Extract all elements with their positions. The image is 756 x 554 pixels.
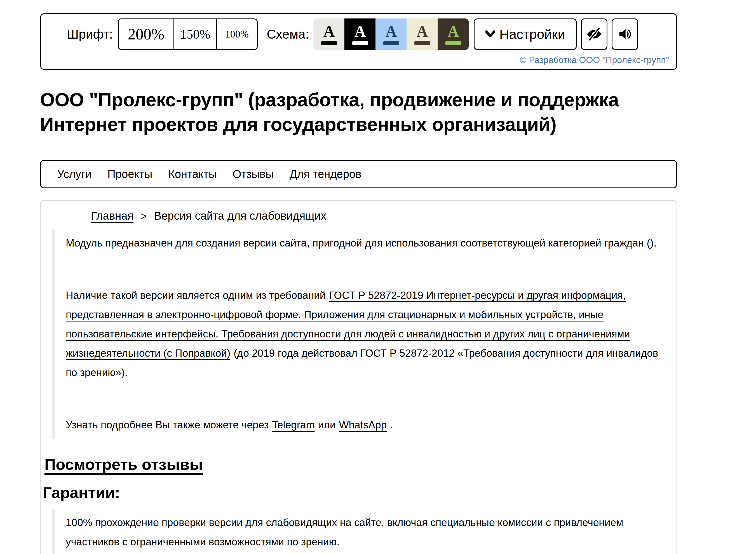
scheme-underline-bar: [414, 41, 430, 45]
scheme-white-button[interactable]: А: [313, 18, 344, 50]
view-reviews-link[interactable]: Посмотреть отзывы: [45, 455, 203, 474]
whatsapp-link[interactable]: WhatsApp: [339, 419, 387, 431]
scheme-letter: А: [354, 23, 366, 39]
messengers-paragraph: Узнать подробнее Вы также можете черезTe…: [66, 415, 668, 435]
scheme-letter: А: [448, 23, 459, 39]
nav-item-projects[interactable]: Проекты: [107, 168, 153, 180]
scheme-letter: А: [324, 23, 335, 39]
page-title: ООО "Пролекс-групп" (разработка, продвиж…: [40, 87, 677, 136]
breadcrumb-separator: >: [141, 210, 147, 222]
guarantees-heading: Гарантии:: [43, 484, 677, 502]
developer-copyright-link[interactable]: © Разработка ООО "Пролекс-групп": [520, 55, 669, 65]
scheme-underline-bar: [352, 41, 368, 45]
breadcrumb: Главная > Версия сайта для слабовидящих: [41, 210, 677, 222]
eye-slash-icon: [586, 26, 602, 42]
font-size-group: 200% 150% 100%: [118, 18, 258, 50]
font-size-200-button[interactable]: 200%: [119, 19, 173, 49]
breadcrumb-current: Версия сайта для слабовидящих: [154, 210, 326, 222]
toolbar-row: Шрифт: 200% 150% 100% Схема: А А А: [41, 18, 676, 50]
scheme-blue-button[interactable]: А: [375, 18, 407, 50]
nav-item-contacts[interactable]: Контакты: [168, 168, 217, 180]
nav-item-reviews[interactable]: Отзывы: [233, 168, 274, 180]
page-container: Шрифт: 200% 150% 100% Схема: А А А: [40, 13, 677, 554]
accessibility-toolbar: Шрифт: 200% 150% 100% Схема: А А А: [40, 13, 677, 70]
guarantee-paragraph: 100% прохождение проверки версии для сла…: [66, 513, 668, 551]
content-box: Главная > Версия сайта для слабовидящих …: [40, 200, 677, 554]
module-description-paragraph: Модуль предназначен для создания версии …: [66, 233, 668, 253]
color-scheme-label: Схема:: [267, 26, 309, 42]
settings-button-label: Настройки: [500, 26, 565, 42]
scheme-black-button[interactable]: А: [344, 18, 375, 50]
scheme-beige-button[interactable]: А: [407, 18, 438, 50]
intro-blockquote: Модуль предназначен для создания версии …: [52, 229, 677, 439]
font-size-150-button[interactable]: 150%: [173, 19, 216, 49]
settings-button[interactable]: Настройки: [474, 18, 577, 50]
font-size-100-button[interactable]: 100%: [216, 19, 257, 49]
main-nav: Услуги Проекты Контакты Отзывы Для тенде…: [40, 160, 677, 188]
color-scheme-group: А А А А А: [313, 18, 469, 50]
scheme-brown-button[interactable]: А: [438, 18, 469, 50]
scheme-letter: А: [417, 23, 428, 39]
scheme-underline-bar: [445, 41, 461, 45]
speech-button[interactable]: [612, 18, 638, 50]
font-size-label: Шрифт:: [67, 26, 113, 42]
breadcrumb-home-link[interactable]: Главная: [91, 210, 133, 222]
chevron-down-icon: [485, 31, 495, 38]
scheme-underline-bar: [383, 41, 399, 45]
speaker-icon: [618, 26, 633, 42]
nav-item-tenders[interactable]: Для тендеров: [290, 168, 361, 180]
telegram-link[interactable]: Telegram: [272, 419, 314, 431]
guarantees-blockquote: 100% прохождение проверки версии для сла…: [52, 509, 677, 554]
gost-paragraph: Наличие такой версии является одним из т…: [66, 286, 668, 382]
nav-item-services[interactable]: Услуги: [57, 168, 92, 180]
scheme-underline-bar: [321, 41, 337, 45]
disable-accessible-version-button[interactable]: [581, 18, 607, 50]
scheme-letter: А: [386, 23, 397, 39]
